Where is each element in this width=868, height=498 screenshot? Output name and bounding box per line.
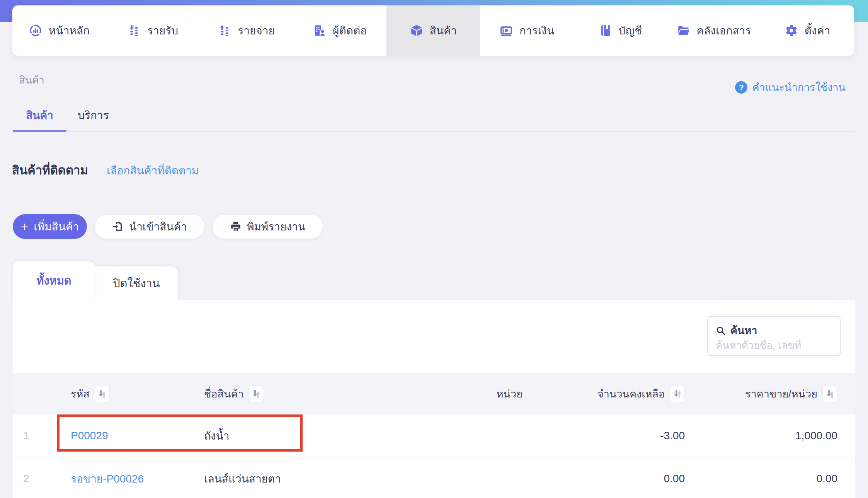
contacts-icon — [313, 24, 327, 38]
row-number: 1 — [13, 430, 59, 442]
usage-guide-label: คำแนะนำการใช้งาน — [752, 79, 846, 96]
help-icon: ? — [735, 81, 747, 94]
sort-name-button[interactable] — [249, 385, 264, 403]
settings-icon — [785, 24, 798, 38]
col-qty: จำนวนคงเหลือ — [523, 385, 685, 403]
product-code-link[interactable]: P00029 — [71, 430, 108, 442]
nav-item-accounting[interactable]: บัญชี — [574, 5, 667, 56]
tab-services[interactable]: บริการ — [66, 101, 120, 131]
nav-label: ตั้งค่า — [805, 22, 830, 39]
income-icon — [127, 24, 141, 38]
tracked-products-title: สินค้าที่ติดตาม — [12, 160, 88, 180]
nav-item-products[interactable]: สินค้า — [386, 5, 480, 56]
nav-item-documents[interactable]: คลังเอกสาร — [667, 5, 761, 56]
tracked-products-section: สินค้าที่ติดตาม เลือกสินค้าที่ติดตาม — [12, 160, 199, 180]
main-navigation: หน้าหลัก รายรับ รายจ่าย ผู้ติดต่อ สินค้า — [12, 5, 854, 56]
nav-label: บัญชี — [619, 22, 642, 39]
col-code: รหัส — [59, 385, 192, 403]
nav-item-income[interactable]: รายรับ — [106, 5, 199, 56]
product-name: เลนส์แว่นสายตา — [192, 470, 426, 487]
nav-item-home[interactable]: หน้าหลัก — [12, 5, 106, 56]
nav-item-contacts[interactable]: ผู้ติดต่อ — [293, 5, 386, 56]
import-products-label: นำเข้าสินค้า — [129, 218, 187, 235]
nav-label: รายจ่าย — [238, 22, 275, 39]
search-box[interactable]: ค้นหา — [707, 316, 841, 356]
search-label: ค้นหา — [730, 322, 757, 339]
documents-icon — [677, 24, 691, 38]
filter-tab-disabled[interactable]: ปิดใช้งาน — [95, 266, 178, 300]
import-products-button[interactable]: นำเข้าสินค้า — [94, 214, 205, 239]
table-row: 2 รอขาย-P00026 เลนส์แว่นสายตา 0.00 0.00 — [13, 457, 855, 498]
accounting-icon — [599, 24, 613, 38]
add-product-label: เพิ่มสินค้า — [34, 218, 79, 235]
product-qty: -3.00 — [523, 430, 685, 442]
nav-label: คลังเอกสาร — [697, 22, 751, 39]
product-list-panel: ค้นหา รหัส ชื่อสินค้า หน่วย — [13, 300, 855, 498]
product-price: 1,000.00 — [685, 430, 837, 442]
tab-products[interactable]: สินค้า — [13, 101, 66, 131]
plus-icon: + — [20, 221, 28, 232]
filter-tab-all[interactable]: ทั้งหมด — [13, 261, 95, 300]
table-header: รหัส ชื่อสินค้า หน่วย จำนวนคงเหลือ — [13, 373, 855, 414]
action-buttons: + เพิ่มสินค้า นำเข้าสินค้า พิมพ์รายงาน — [13, 214, 323, 239]
nav-label: สินค้า — [430, 22, 457, 39]
sort-price-button[interactable] — [822, 385, 837, 403]
breadcrumb: สินค้า — [19, 72, 44, 88]
printer-icon — [230, 221, 242, 232]
print-report-button[interactable]: พิมพ์รายงาน — [212, 214, 323, 239]
product-code-link[interactable]: รอขาย-P00026 — [71, 470, 144, 487]
search-input[interactable] — [716, 339, 832, 351]
product-name: ถังน้ำ — [192, 427, 426, 444]
print-report-label: พิมพ์รายงาน — [247, 218, 305, 235]
app-root: หน้าหลัก รายรับ รายจ่าย ผู้ติดต่อ สินค้า — [0, 0, 868, 498]
nav-item-expense[interactable]: รายจ่าย — [199, 5, 293, 56]
table-row: 1 P00029 ถังน้ำ -3.00 1,000.00 — [13, 414, 855, 457]
nav-label: ผู้ติดต่อ — [333, 22, 367, 39]
expense-icon — [218, 24, 231, 38]
sort-code-button[interactable] — [95, 385, 110, 403]
nav-label: รายรับ — [147, 22, 178, 39]
nav-label: หน้าหลัก — [49, 22, 90, 39]
col-price: ราคาขาย/หน่วย — [685, 385, 837, 403]
search-label-row: ค้นหา — [716, 322, 832, 339]
nav-item-settings[interactable]: ตั้งค่า — [761, 5, 854, 56]
dashboard-icon — [29, 24, 43, 38]
nav-item-finance[interactable]: การเงิน — [480, 5, 574, 56]
import-icon — [112, 221, 124, 232]
search-icon — [716, 326, 726, 336]
page-tabs: สินค้า บริการ — [13, 101, 855, 131]
usage-guide-link[interactable]: ? คำแนะนำการใช้งาน — [735, 79, 846, 96]
add-product-button[interactable]: + เพิ่มสินค้า — [13, 214, 87, 239]
col-unit: หน่วย — [426, 385, 523, 402]
col-name: ชื่อสินค้า — [192, 385, 426, 403]
finance-icon — [499, 24, 513, 38]
nav-label: การเงิน — [519, 22, 554, 39]
select-tracked-products-link[interactable]: เลือกสินค้าที่ติดตาม — [107, 162, 199, 179]
product-price: 0.00 — [685, 472, 837, 485]
sort-qty-button[interactable] — [670, 385, 685, 403]
product-icon — [410, 24, 424, 38]
row-number: 2 — [13, 472, 59, 485]
product-qty: 0.00 — [523, 472, 685, 485]
